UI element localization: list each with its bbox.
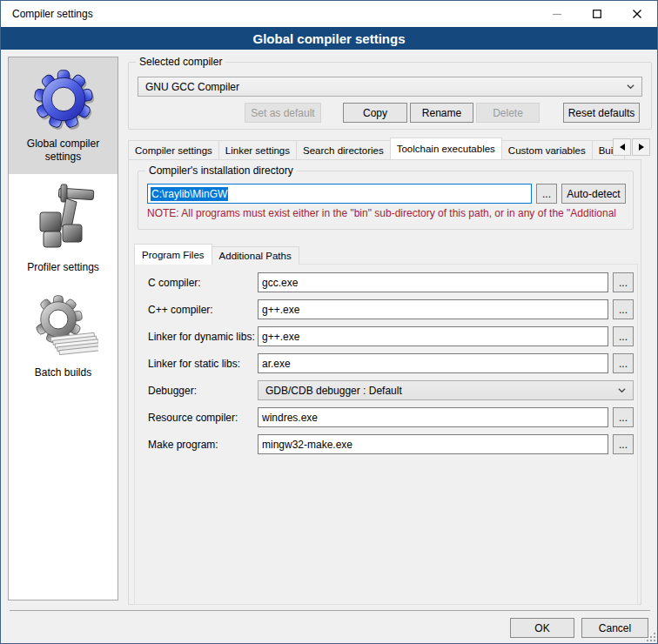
c-compiler-input[interactable] xyxy=(258,272,608,292)
browse-make-program-button[interactable]: ... xyxy=(613,434,634,454)
tab-label: Additional Paths xyxy=(219,251,292,261)
program-files-page: C compiler: ... C++ compiler: ... Linker… xyxy=(134,264,638,605)
sidebar-item-label: Profiler settings xyxy=(27,261,99,274)
debugger-select[interactable]: GDB/CDB debugger : Default xyxy=(258,380,634,400)
browse-directory-button[interactable]: ... xyxy=(536,184,557,204)
chevron-down-icon xyxy=(618,386,626,394)
field-label: Debugger: xyxy=(148,385,258,397)
window-title: Compiler settings xyxy=(1,8,93,20)
maximize-button[interactable] xyxy=(577,1,617,27)
window-controls xyxy=(537,1,657,27)
field-label: C compiler: xyxy=(148,277,258,289)
tab-label: Custom variables xyxy=(508,145,586,156)
button-label: ... xyxy=(619,358,628,370)
static-linker-row: Linker for static libs: ... xyxy=(148,353,634,373)
dynamic-linker-input[interactable] xyxy=(258,326,608,346)
close-icon xyxy=(633,10,641,18)
tab-label: Program Files xyxy=(142,250,205,260)
sidebar-item-profiler-settings[interactable]: Profiler settings xyxy=(9,174,118,285)
auto-detect-button[interactable]: Auto-detect xyxy=(561,184,626,204)
button-label: Reset defaults xyxy=(568,107,635,119)
caliper-blocks-icon xyxy=(28,183,99,256)
tab-label: Linker settings xyxy=(225,145,290,156)
installation-directory-row: C:\raylib\MinGW ... Auto-detect xyxy=(147,184,626,204)
tab-label: Toolchain executables xyxy=(397,144,495,154)
cpp-compiler-row: C++ compiler: ... xyxy=(148,299,634,319)
tab-search-directories[interactable]: Search directories xyxy=(296,140,391,159)
sidebar-item-batch-builds[interactable]: Batch builds xyxy=(9,285,118,390)
debugger-select-value: GDB/CDB debugger : Default xyxy=(265,385,402,397)
make-program-input[interactable] xyxy=(258,434,608,454)
group-legend: Compiler's installation directory xyxy=(145,164,297,177)
tab-label: Compiler settings xyxy=(135,145,212,156)
tab-scroll-right-button[interactable] xyxy=(632,138,650,156)
tab-custom-variables[interactable]: Custom variables xyxy=(501,140,593,159)
compiler-actions: Set as default Copy Rename Delete Reset … xyxy=(129,103,651,123)
subtab-additional-paths[interactable]: Additional Paths xyxy=(212,246,299,265)
sidebar-item-label: Global compiler settings xyxy=(12,138,114,164)
button-label: ... xyxy=(619,439,628,451)
settings-tabbar: Compiler settings Linker settings Search… xyxy=(128,138,652,159)
copy-button[interactable]: Copy xyxy=(343,103,407,123)
tab-scroll-left-button[interactable] xyxy=(613,138,631,156)
browse-cpp-compiler-button[interactable]: ... xyxy=(613,299,634,319)
installation-directory-group: Compiler's installation directory C:\ray… xyxy=(138,171,634,230)
resize-grip[interactable] xyxy=(647,633,655,641)
browse-c-compiler-button[interactable]: ... xyxy=(613,272,634,292)
ok-button[interactable]: OK xyxy=(510,618,574,638)
compiler-settings-dialog: Compiler settings Global compiler settin… xyxy=(0,0,658,644)
static-linker-input[interactable] xyxy=(258,353,608,373)
field-label: Linker for dynamic libs: xyxy=(148,331,258,343)
field-label: Resource compiler: xyxy=(148,412,258,424)
make-program-row: Make program: ... xyxy=(148,434,634,454)
cpp-compiler-input[interactable] xyxy=(258,299,608,319)
dynamic-linker-row: Linker for dynamic libs: ... xyxy=(148,326,634,346)
minimize-button[interactable] xyxy=(537,1,577,27)
field-label: C++ compiler: xyxy=(148,304,258,316)
rename-button[interactable]: Rename xyxy=(410,103,473,123)
debugger-row: Debugger: GDB/CDB debugger : Default xyxy=(148,380,634,400)
browse-dynamic-linker-button[interactable]: ... xyxy=(613,326,634,346)
subtab-program-files[interactable]: Program Files xyxy=(134,244,212,265)
close-button[interactable] xyxy=(617,1,657,27)
dialog-banner: Global compiler settings xyxy=(1,27,657,50)
tab-toolchain-executables[interactable]: Toolchain executables xyxy=(390,138,502,159)
installation-directory-input[interactable]: C:\raylib\MinGW xyxy=(147,184,532,204)
tab-scroll-arrows xyxy=(612,138,650,156)
tab-label: Search directories xyxy=(303,145,384,156)
c-compiler-row: C compiler: ... xyxy=(148,272,634,292)
field-label: Make program: xyxy=(148,439,258,451)
button-label: Set as default xyxy=(251,107,314,119)
reset-defaults-button[interactable]: Reset defaults xyxy=(563,103,640,123)
program-files-tabbar: Program Files Additional Paths xyxy=(129,244,641,265)
resource-compiler-input[interactable] xyxy=(258,407,608,427)
resource-compiler-row: Resource compiler: ... xyxy=(148,407,634,427)
browse-static-linker-button[interactable]: ... xyxy=(613,353,634,373)
maximize-icon xyxy=(593,10,601,18)
tab-compiler-settings[interactable]: Compiler settings xyxy=(128,140,219,159)
footer-separator xyxy=(10,610,650,611)
button-label: Auto-detect xyxy=(567,188,620,200)
settings-category-list: Global compiler settings xyxy=(8,57,118,600)
compiler-select[interactable]: GNU GCC Compiler xyxy=(138,77,642,97)
compiler-select-value: GNU GCC Compiler xyxy=(145,81,239,93)
set-as-default-button[interactable]: Set as default xyxy=(245,103,321,123)
button-label: Rename xyxy=(422,107,461,119)
button-label: ... xyxy=(619,304,628,316)
sidebar-item-label: Batch builds xyxy=(35,366,91,379)
button-label: ... xyxy=(619,412,628,424)
sidebar-item-global-compiler-settings[interactable]: Global compiler settings xyxy=(9,57,118,174)
minimize-icon xyxy=(553,10,561,18)
button-label: OK xyxy=(534,622,549,634)
selected-text: C:\raylib\MinGW xyxy=(151,187,228,201)
browse-resource-compiler-button[interactable]: ... xyxy=(613,407,634,427)
chevron-down-icon xyxy=(627,83,634,91)
cancel-button[interactable]: Cancel xyxy=(581,618,648,638)
button-label: ... xyxy=(542,188,551,200)
arrow-left-icon xyxy=(620,144,625,151)
button-label: Copy xyxy=(363,107,387,119)
group-legend: Selected compiler xyxy=(136,56,225,68)
tab-linker-settings[interactable]: Linker settings xyxy=(218,140,297,159)
selected-compiler-group: Selected compiler GNU GCC Compiler Set a… xyxy=(128,62,652,130)
delete-button[interactable]: Delete xyxy=(476,103,540,123)
